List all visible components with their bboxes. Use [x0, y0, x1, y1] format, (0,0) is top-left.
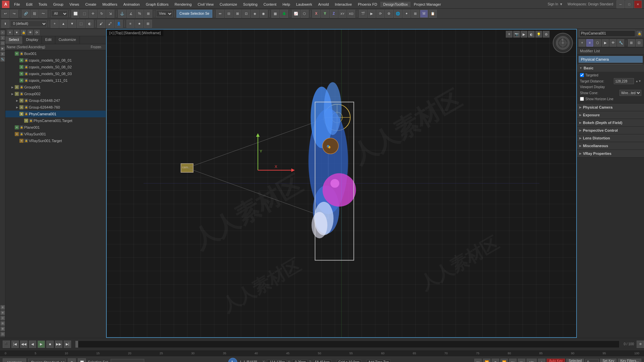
unlink-btn[interactable]: ⛓ — [31, 10, 39, 18]
frame-incr-btn[interactable]: 1/N — [527, 359, 537, 362]
menu-design-toolbox[interactable]: DesignToolBox — [380, 2, 410, 7]
menu-group[interactable]: Group — [50, 2, 66, 7]
scene-row-eye[interactable]: 👁 — [19, 58, 23, 62]
undo-btn[interactable]: ↩ — [1, 10, 9, 18]
menu-modifiers[interactable]: Modifiers — [100, 2, 120, 7]
xz-btn[interactable]: X⊡ — [347, 10, 355, 18]
scene-row-lock[interactable]: 🔒 — [19, 92, 23, 96]
move-btn[interactable]: ✛ — [89, 10, 97, 18]
hide-freeze[interactable]: ◐ — [86, 20, 94, 28]
remove-from-layer[interactable]: ▼ — [68, 20, 76, 28]
scene-close-btn[interactable]: ✕ — [7, 30, 13, 35]
menu-file[interactable]: File — [11, 2, 23, 7]
lp-bottom5[interactable]: ⊠ — [0, 326, 5, 331]
timeline-bar[interactable] — [75, 341, 620, 348]
vp-render-btn[interactable]: ▶ — [521, 31, 527, 38]
rp-tab-hierarchy[interactable]: ⬡ — [594, 39, 601, 47]
scene-row-lock[interactable]: 🔒 — [19, 85, 23, 89]
menu-phoenix-fd[interactable]: Phoenix FD — [355, 2, 380, 7]
align-btn[interactable]: ⊟ — [225, 10, 233, 18]
camera-name-input[interactable] — [579, 30, 635, 37]
lp-modify[interactable]: ≡ — [0, 36, 5, 40]
frame-input[interactable] — [585, 359, 599, 362]
tl-prev-key[interactable]: ◀◀ — [20, 341, 28, 348]
scene-row-lock[interactable]: 🔒 — [24, 78, 28, 82]
tl-next-frame[interactable]: ▶| — [64, 341, 71, 348]
scene-row-eye[interactable]: 👁 — [19, 112, 23, 116]
maximize-btn[interactable]: □ — [625, 0, 633, 8]
scene-row-9[interactable]: 👁 🔒 PhysCamera001 — [5, 111, 106, 117]
menu-edit[interactable]: Edit — [23, 2, 35, 7]
scene-row-lock[interactable]: 🔒 — [24, 99, 28, 103]
show-horizon-checkbox[interactable] — [580, 97, 584, 101]
scene-row-5[interactable]: ▶ 👁 🔒 Group001 — [5, 84, 106, 90]
tab-display[interactable]: Display — [23, 36, 42, 44]
quick-render[interactable]: ▶ — [368, 10, 376, 18]
menu-views[interactable]: Views — [67, 2, 82, 7]
scene-row-eye[interactable]: 👁 — [15, 92, 19, 96]
mirror-btn[interactable]: ⇔ — [216, 10, 224, 18]
menu-project-manager[interactable]: Project Manager — [411, 2, 444, 7]
scene-row-10[interactable]: 👁 🔒 PhysCamera001.Target — [5, 117, 106, 124]
menu-help[interactable]: Help — [280, 2, 293, 7]
menu-civil-view[interactable]: Civil View — [195, 2, 216, 7]
section-miscellaneous-header[interactable]: ▶ Miscellaneous — [577, 142, 644, 149]
rotate-btn[interactable]: ↻ — [98, 10, 106, 18]
modifier-physical-camera[interactable]: Physical Camera — [579, 56, 643, 63]
lp-display[interactable]: 👁 — [0, 52, 5, 56]
scene-row-eye[interactable]: 👁 — [15, 52, 19, 56]
viewport[interactable]: [+] [Top] [Standard] [Wireframe] cam — [106, 29, 577, 338]
scene-row-eye[interactable]: 👁 — [19, 105, 23, 109]
scene-row-eye[interactable]: 👁 — [19, 78, 23, 82]
align-camera[interactable]: ◉ — [260, 10, 268, 18]
scene-row-1[interactable]: 👁 🔒 cqaxis_models_50_08_01 — [5, 57, 106, 64]
reference-frame[interactable]: View — [156, 10, 173, 17]
lp-utilities[interactable]: 🔧 — [0, 57, 5, 62]
minimize-btn[interactable]: ─ — [616, 0, 625, 8]
xy-btn[interactable]: XY — [338, 10, 346, 18]
menu-rendering[interactable]: Rendering — [172, 2, 195, 7]
spinner-snap[interactable]: ⊞ — [144, 10, 152, 18]
layer-mgr[interactable]: ▦ — [271, 10, 279, 18]
y-btn[interactable]: Y — [321, 10, 329, 18]
align-to-view[interactable]: ⊠ — [233, 10, 241, 18]
scene-row-lock[interactable]: 🔒 — [24, 72, 28, 76]
scene-row-eye[interactable]: 👁 — [24, 119, 28, 123]
schematic-view[interactable]: ⬡ — [301, 10, 309, 18]
select-obj-btn[interactable]: ⬜ — [71, 10, 79, 18]
workspace-settings-btn[interactable]: ⚙ — [68, 358, 76, 362]
step-back-btn[interactable]: ⏪ — [483, 359, 490, 362]
bind-space-warp[interactable]: 〜 — [39, 10, 47, 18]
scene-sync-btn[interactable]: ⟳ — [34, 30, 40, 35]
menu-customize[interactable]: Customize — [217, 2, 240, 7]
render-settings[interactable]: ⚙ — [385, 10, 393, 18]
viewport-compass[interactable]: N — [553, 33, 573, 53]
menu-interactive[interactable]: Interactive — [332, 2, 355, 7]
play-back-btn[interactable]: ⏮ — [474, 359, 482, 362]
selected-btn[interactable]: Selected — [566, 359, 584, 362]
scene-row-12[interactable]: 👁 🔒 VRaySun001 — [5, 131, 106, 137]
views-btn[interactable]: ⊞ — [144, 20, 152, 28]
close-btn[interactable]: ✕ — [634, 0, 642, 8]
vp-add-btn[interactable]: + — [506, 31, 513, 38]
environment[interactable]: 🌐 — [394, 10, 402, 18]
section-bokeh-header[interactable]: ▶ Bokeh (Depth of Field) — [577, 119, 644, 126]
rp-tab-display[interactable]: 👁 — [609, 39, 616, 47]
lp-hierarchy[interactable]: ⬡ — [0, 41, 5, 46]
place-highlight[interactable]: ◈ — [251, 10, 259, 18]
rp-lock-btn[interactable]: 🔒 — [637, 31, 642, 36]
auto-key-btn[interactable]: Auto Key — [547, 359, 565, 362]
tab-select[interactable]: Select — [5, 36, 23, 44]
mat-explorer[interactable]: 📋 — [429, 10, 437, 18]
rp-tab-create[interactable]: + — [579, 39, 586, 47]
section-vray-header[interactable]: ▶ VRay Properties — [577, 150, 644, 157]
material-editor[interactable]: M — [420, 10, 428, 18]
scene-row-7[interactable]: ▶ 👁 🔒 Group-626448-247 — [5, 97, 106, 104]
vp-settings-btn[interactable]: ⚙ — [543, 31, 549, 38]
tab-edit[interactable]: Edit — [42, 36, 55, 44]
ribbon-toggle[interactable]: ≡ — [126, 20, 135, 28]
menu-laubwerk[interactable]: Laubwerk — [293, 2, 315, 7]
select-region-btn[interactable]: ⬚ — [80, 10, 88, 18]
create-layer[interactable]: + — [51, 20, 59, 28]
menu-create[interactable]: Create — [83, 2, 99, 7]
